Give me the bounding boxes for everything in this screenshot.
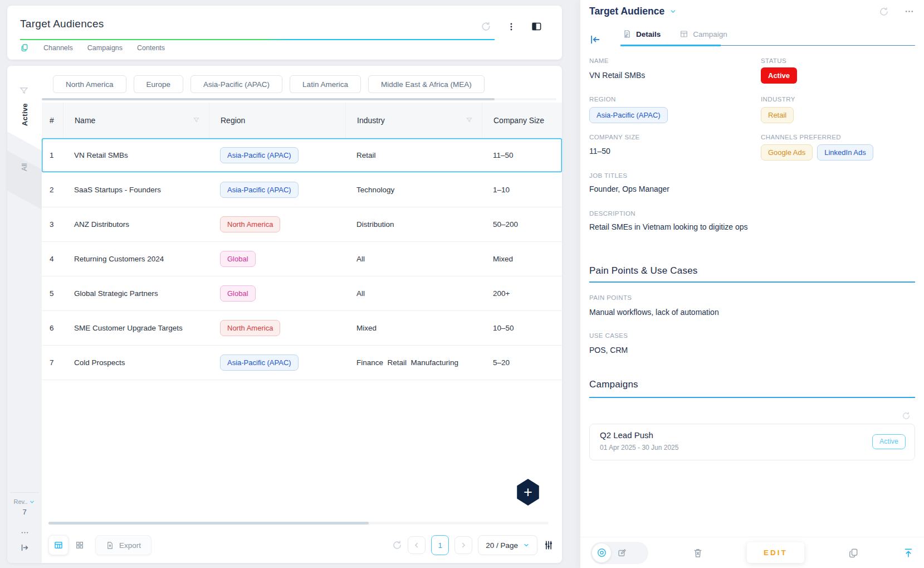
- refresh-icon[interactable]: [902, 411, 911, 420]
- subnav-channels[interactable]: Channels: [43, 44, 73, 52]
- table-view-button[interactable]: [48, 535, 69, 555]
- filter-latin-america[interactable]: Latin America: [290, 75, 361, 93]
- edit-mode-toggle-button[interactable]: [613, 544, 631, 562]
- filter-mea[interactable]: Middle East & Africa (MEA): [368, 75, 485, 93]
- row-industry: All: [345, 255, 482, 263]
- duplicate-button[interactable]: [848, 547, 859, 559]
- industry-badge: Retail: [761, 107, 794, 123]
- more-menu-icon[interactable]: [507, 22, 516, 31]
- rev-dropdown[interactable]: Rev..: [7, 498, 42, 505]
- pencil-square-icon: [617, 548, 627, 558]
- col-header-industry: Industry: [345, 103, 482, 138]
- filter-funnel-icon[interactable]: [193, 116, 200, 124]
- chevron-down-icon: [523, 542, 530, 548]
- field-label-pain-points: PAIN POINTS: [589, 294, 632, 301]
- more-menu-icon[interactable]: [905, 7, 914, 16]
- field-label-channels: CHANNELS PREFERRED: [761, 134, 841, 140]
- region-badge: North America: [220, 320, 280, 336]
- export-button[interactable]: Export: [95, 535, 151, 555]
- grid-view-button[interactable]: [75, 541, 84, 550]
- scroll-to-top-button[interactable]: [903, 547, 914, 559]
- page-title: Target Audiences: [20, 18, 104, 30]
- subnav-campaigns[interactable]: Campaigns: [87, 44, 123, 52]
- table-row[interactable]: 5 Global Strategic Partners Global All 2…: [42, 276, 562, 311]
- table-row[interactable]: 4 Returning Customers 2024 Global All Mi…: [42, 242, 562, 276]
- prev-page-button[interactable]: [408, 536, 426, 554]
- row-size: Mixed: [482, 255, 562, 263]
- region-badge: Global: [220, 251, 256, 267]
- collapse-panel-icon[interactable]: [589, 33, 602, 46]
- column-settings-icon[interactable]: [543, 540, 554, 551]
- table-row[interactable]: 7 Cold Prospects Asia-Pacific (APAC) Fin…: [42, 346, 562, 380]
- campaign-card[interactable]: Q2 Lead Push 01 Apr 2025 - 30 Jun 2025 A…: [589, 424, 915, 460]
- detail-title-dropdown[interactable]: Target Audience: [589, 6, 677, 17]
- next-page-button[interactable]: [454, 536, 472, 554]
- tab-campaign[interactable]: Campaign: [679, 26, 727, 42]
- tab-details[interactable]: Details: [623, 26, 661, 42]
- field-label-status: STATUS: [761, 57, 786, 64]
- row-size: 200+: [482, 289, 562, 298]
- expand-panel-icon[interactable]: [7, 543, 42, 552]
- campaign-dates: 01 Apr 2025 - 30 Jun 2025: [600, 444, 678, 452]
- table-icon: [679, 30, 688, 38]
- row-name: VN Retail SMBs: [63, 151, 209, 159]
- row-industry: Finance Retail Manufacturing: [345, 358, 482, 367]
- subnav-contents[interactable]: Contents: [137, 44, 165, 52]
- row-size: 1–10: [482, 186, 562, 194]
- active-tab-underline: [620, 45, 721, 46]
- chevron-down-icon: [669, 8, 677, 15]
- chevron-down-icon: [29, 499, 35, 505]
- section-underline: [589, 281, 915, 283]
- detail-panel: Target Audience D: [580, 0, 924, 568]
- row-num: 3: [42, 220, 63, 229]
- region-badge: North America: [220, 216, 280, 232]
- refresh-icon[interactable]: [481, 21, 491, 32]
- audiences-table-card: Active All Rev.. 7 North America Europe …: [7, 66, 562, 563]
- refresh-icon[interactable]: [879, 7, 889, 17]
- col-header-size: Company Size: [482, 103, 562, 138]
- chevron-right-icon: [459, 541, 467, 549]
- eye-icon: [597, 547, 607, 558]
- table-row[interactable]: 3 ANZ Distributors North America Distrib…: [42, 207, 562, 242]
- horizontal-scrollbar-bottom[interactable]: [48, 522, 549, 525]
- row-size: 5–20: [482, 358, 562, 367]
- table-body: 1 VN Retail SMBs Asia-Pacific (APAC) Ret…: [42, 138, 562, 380]
- view-edit-toggle: [590, 542, 648, 564]
- filter-europe[interactable]: Europe: [134, 75, 184, 93]
- row-name: SaaS Startups - Founders: [63, 186, 209, 194]
- delete-button[interactable]: [692, 547, 703, 559]
- col-header-num: #: [42, 103, 63, 138]
- strip-more-icon[interactable]: [7, 528, 42, 537]
- sidetab-active[interactable]: Active: [21, 87, 29, 143]
- col-header-name: Name: [63, 103, 209, 138]
- field-label-region: REGION: [589, 96, 616, 103]
- page-size-select[interactable]: 20 / Page: [478, 535, 537, 555]
- filter-north-america[interactable]: North America: [53, 75, 126, 93]
- edit-button[interactable]: EDIT: [747, 542, 804, 563]
- horizontal-scrollbar-top[interactable]: [42, 98, 556, 100]
- audiences-header-card: Target Audiences Channels Campaigns Cont…: [7, 6, 562, 60]
- field-label-name: NAME: [589, 57, 609, 64]
- preview-toggle-button[interactable]: [592, 543, 611, 562]
- field-value-pain-points: Manual workflows, lack of automation: [589, 308, 719, 317]
- filter-funnel-icon[interactable]: [466, 116, 473, 124]
- current-page-button[interactable]: 1: [431, 535, 449, 555]
- filter-apac[interactable]: Asia-Pacific (APAC): [190, 75, 282, 93]
- table-row[interactable]: 2 SaaS Startups - Founders Asia-Pacific …: [42, 173, 562, 207]
- field-label-job-titles: JOB TITLES: [589, 172, 627, 179]
- trash-icon: [692, 547, 703, 559]
- toggle-side-panel-icon[interactable]: [531, 21, 542, 32]
- region-badge: Asia-Pacific (APAC): [220, 182, 299, 198]
- table-header-row: # Name Region Industry Company Size: [42, 103, 562, 138]
- app-root: Target Audiences Channels Campaigns Cont…: [0, 0, 924, 568]
- table-row[interactable]: 1 VN Retail SMBs Asia-Pacific (APAC) Ret…: [42, 138, 562, 173]
- table-area: North America Europe Asia-Pacific (APAC)…: [42, 66, 562, 563]
- campaign-name: Q2 Lead Push: [600, 430, 653, 440]
- section-underline: [589, 397, 915, 398]
- sidetab-all[interactable]: All: [21, 139, 28, 195]
- row-num: 5: [42, 289, 63, 298]
- row-num: 6: [42, 324, 63, 332]
- channel-badge-linkedin-ads: LinkedIn Ads: [817, 144, 873, 161]
- table-row[interactable]: 6 SME Customer Upgrade Targets North Ame…: [42, 311, 562, 346]
- refresh-icon[interactable]: [392, 540, 402, 550]
